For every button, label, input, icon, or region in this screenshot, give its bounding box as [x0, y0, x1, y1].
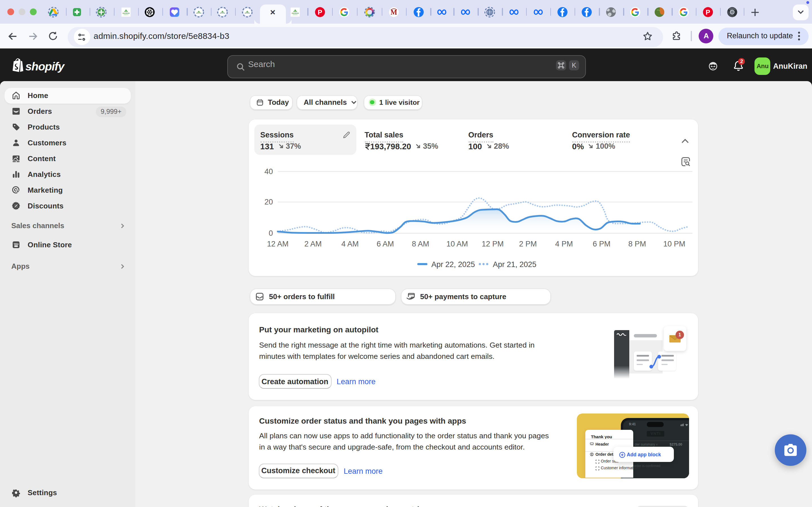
svg-text:12 AM: 12 AM [267, 240, 289, 248]
svg-text:10 AM: 10 AM [446, 240, 468, 248]
svg-text:2 AM: 2 AM [304, 240, 322, 248]
svg-text:8 PM: 8 PM [628, 240, 646, 248]
svg-text:4 PM: 4 PM [555, 240, 573, 248]
svg-text:12 PM: 12 PM [482, 240, 504, 248]
svg-text:0: 0 [269, 229, 273, 237]
svg-text:6 AM: 6 AM [377, 240, 394, 248]
svg-text:Apr 22, 2025: Apr 22, 2025 [432, 260, 475, 269]
svg-text:20: 20 [264, 198, 273, 206]
svg-text:10 PM: 10 PM [663, 240, 685, 248]
svg-text:8 AM: 8 AM [412, 240, 429, 248]
svg-text:2 PM: 2 PM [519, 240, 537, 248]
svg-text:4 AM: 4 AM [342, 240, 359, 248]
svg-text:6 PM: 6 PM [593, 240, 610, 248]
svg-text:Apr 21, 2025: Apr 21, 2025 [493, 260, 537, 269]
svg-text:40: 40 [264, 167, 273, 176]
